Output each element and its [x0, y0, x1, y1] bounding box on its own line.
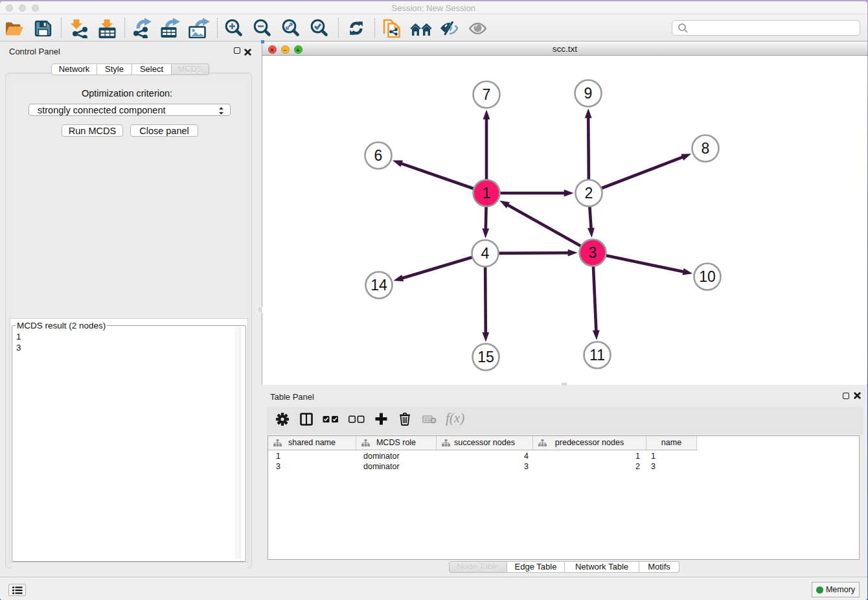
svg-text:1: 1 [483, 185, 491, 202]
svg-text:2: 2 [585, 185, 593, 202]
svg-text:3: 3 [589, 244, 597, 261]
svg-text:8: 8 [702, 140, 710, 157]
svg-text:4: 4 [481, 245, 490, 262]
svg-text:14: 14 [371, 277, 387, 294]
svg-text:11: 11 [589, 347, 605, 363]
svg-text:15: 15 [477, 349, 494, 365]
svg-text:10: 10 [699, 268, 716, 285]
svg-text:9: 9 [584, 85, 593, 102]
svg-text:6: 6 [374, 147, 383, 164]
svg-text:7: 7 [483, 86, 491, 103]
